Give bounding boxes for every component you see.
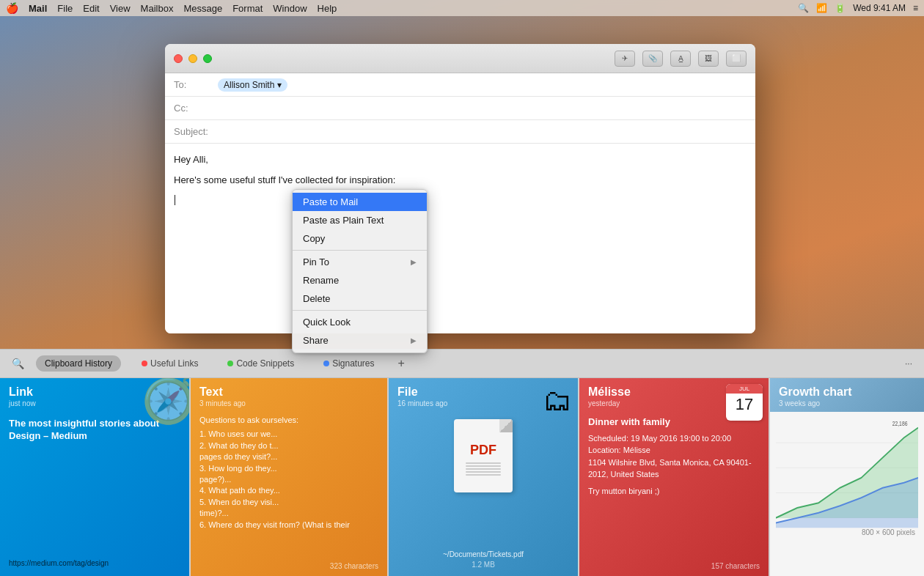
card-text-line7: 4. What path do they... (199, 485, 378, 496)
format-button[interactable]: A̲ (670, 51, 691, 67)
card-file-size: 1.2 MB (389, 561, 578, 569)
panel-toolbar: 🔍 Clipboard History Useful Links Code Sn… (0, 349, 924, 378)
growth-chart-svg: 22,186 (776, 418, 918, 538)
more-options-button[interactable]: ··· (905, 358, 912, 369)
ctx-rename-label: Rename (303, 275, 339, 286)
menu-window[interactable]: Window (273, 3, 307, 14)
finder-icon: 🗂 (543, 384, 572, 417)
card-link-header: Link just now 🧭 (0, 378, 189, 412)
ctx-paste-to-mail[interactable]: Paste to Mail (293, 193, 427, 211)
recipient-tag[interactable]: Allison Smith ▾ (218, 78, 287, 92)
card-growth[interactable]: Growth chart 3 weeks ago (770, 378, 924, 576)
card-text-charcount: 323 characters (330, 562, 378, 570)
ctx-sep1 (293, 250, 427, 251)
code-snippets-dot (227, 361, 233, 366)
event-note: Try mutton biryani ;) (588, 485, 760, 498)
menubar-wifi-icon: 📶 (816, 3, 827, 13)
pdf-lines (466, 461, 501, 477)
card-file-body: PDF (389, 412, 578, 500)
ctx-sep2 (293, 310, 427, 311)
to-label: To: (174, 79, 218, 90)
card-melisse-charcount: 157 characters (711, 562, 760, 570)
ctx-share-label: Share (303, 335, 329, 346)
compose-body[interactable]: Hey Alli, Here's some useful stuff I've … (165, 144, 755, 216)
ctx-pin-to-arrow: ▶ (411, 258, 417, 266)
cards-area: Link just now 🧭 The most insightful stor… (0, 378, 924, 576)
bottom-panel: 🔍 Clipboard History Useful Links Code Sn… (0, 349, 924, 576)
event-location: Location: Mélisse (588, 444, 760, 457)
menubar-control-center[interactable]: ≡ (913, 3, 918, 13)
minimize-button[interactable] (188, 54, 197, 63)
subject-field-row[interactable]: Subject: (165, 120, 755, 144)
tab-code-snippets[interactable]: Code Snippets (219, 355, 303, 372)
card-growth-time: 3 weeks ago (779, 399, 915, 407)
menu-mailbox[interactable]: Mailbox (141, 3, 174, 14)
menu-help[interactable]: Help (318, 3, 337, 14)
add-category-button[interactable]: + (398, 357, 405, 370)
card-growth-dims: 800 × 600 pixels (862, 528, 915, 536)
card-text-body: Questions to ask ourselves: 1. Who uses … (191, 412, 387, 533)
menubar-search-icon[interactable]: 🔍 (798, 3, 809, 13)
card-text-line8: 5. When do they visi... (199, 497, 378, 508)
to-field-row: To: Allison Smith ▾ (165, 73, 755, 97)
ctx-rename[interactable]: Rename (293, 271, 427, 289)
cal-month: JUL (726, 384, 763, 394)
body-line1: Hey Alli, (174, 152, 747, 167)
menubar: 🍎 Mail File Edit View Mailbox Message Fo… (0, 0, 924, 16)
pdf-label: PDF (470, 443, 496, 458)
event-scheduled: Scheduled: 19 May 2016 19:00 to 20:00 (588, 432, 760, 445)
menu-message[interactable]: Message (183, 3, 222, 14)
compose-fields: To: Allison Smith ▾ Cc: Subject: Hey All… (165, 73, 755, 333)
ctx-quick-look-label: Quick Look (303, 317, 351, 328)
panel-search-icon[interactable]: 🔍 (12, 358, 24, 369)
ctx-paste-plain[interactable]: Paste as Plain Text (293, 211, 427, 229)
close-button[interactable] (174, 54, 183, 63)
ctx-paste-plain-label: Paste as Plain Text (303, 215, 384, 226)
card-growth-type: Growth chart (779, 385, 915, 399)
calendar-widget: JUL 17 (726, 384, 763, 421)
card-file[interactable]: File 16 minutes ago 🗂 PDF ~/Do (389, 378, 579, 576)
pdf-fold (499, 419, 513, 432)
menubar-time: Wed 9:41 AM (853, 3, 906, 13)
attach-button[interactable]: 📎 (642, 51, 663, 67)
ctx-delete[interactable]: Delete (293, 289, 427, 308)
menu-format[interactable]: Format (232, 3, 263, 14)
subject-label: Subject: (174, 126, 218, 137)
photo-button[interactable]: 🖼 (698, 51, 719, 67)
menu-app[interactable]: Mail (29, 3, 47, 14)
tab-useful-links[interactable]: Useful Links (133, 355, 207, 372)
card-text-line3: 2. What do they do t... (199, 440, 378, 451)
card-text[interactable]: Text 3 minutes ago Questions to ask ours… (191, 378, 389, 576)
apple-menu[interactable]: 🍎 (6, 2, 18, 14)
card-text-line4: pages do they visit?... (199, 451, 378, 462)
ctx-copy-label: Copy (303, 233, 325, 244)
card-link[interactable]: Link just now 🧭 The most insightful stor… (0, 378, 191, 576)
card-melisse[interactable]: Mélisse yesterday JUL 17 Dinner with fam… (579, 378, 770, 576)
maximize-button[interactable] (203, 54, 212, 63)
card-link-icon: 🧭 (142, 378, 191, 427)
menu-view[interactable]: View (110, 3, 131, 14)
card-text-line2: 1. Who uses our we... (199, 429, 378, 440)
window-titlebar: ✈ 📎 A̲ 🖼 ⬜ (165, 44, 755, 73)
card-text-line10: 6. Where do they visit from? (What is th… (199, 520, 378, 531)
cc-label: Cc: (174, 103, 218, 114)
ctx-pin-to[interactable]: Pin To ▶ (293, 253, 427, 271)
card-file-header: File 16 minutes ago 🗂 (389, 378, 578, 412)
tab-signatures[interactable]: Signatures (315, 355, 383, 372)
ctx-share[interactable]: Share ▶ (293, 331, 427, 350)
cc-field-row[interactable]: Cc: (165, 97, 755, 120)
svg-text:22,186: 22,186 (892, 419, 908, 428)
send-button[interactable]: ✈ (615, 51, 635, 67)
menubar-battery-icon: 🔋 (835, 3, 846, 13)
ctx-quick-look[interactable]: Quick Look (293, 313, 427, 331)
card-growth-body: 22,186 800 × 600 pixels (770, 412, 924, 544)
card-growth-header: Growth chart 3 weeks ago (770, 378, 924, 412)
useful-links-dot (142, 361, 147, 366)
more-button[interactable]: ⬜ (726, 51, 747, 67)
tab-clipboard-history[interactable]: Clipboard History (36, 355, 121, 372)
ctx-share-arrow: ▶ (411, 336, 417, 344)
menu-edit[interactable]: Edit (83, 3, 99, 14)
card-text-line1: Questions to ask ourselves: (199, 415, 378, 426)
ctx-copy[interactable]: Copy (293, 229, 427, 248)
menu-file[interactable]: File (57, 3, 73, 14)
